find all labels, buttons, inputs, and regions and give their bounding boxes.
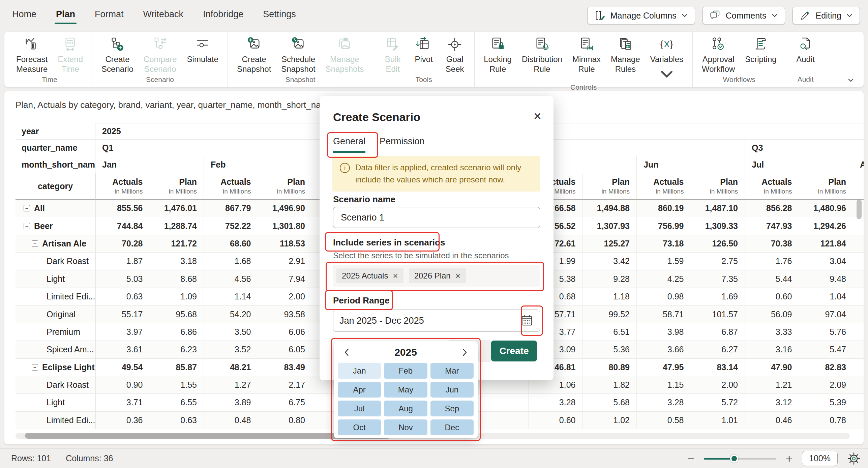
cell-value[interactable]: 6.87 xyxy=(691,323,745,341)
cell-value[interactable]: 0.63 xyxy=(95,288,150,305)
row-label-artisan-ale[interactable]: −Artisan Ale xyxy=(16,235,95,253)
cell-value[interactable]: 1,494.88 xyxy=(582,200,637,217)
cell-value[interactable]: 3.89 xyxy=(204,394,258,411)
row-label-limited-edi[interactable]: Limited Edi... xyxy=(16,288,95,305)
cell-value[interactable]: 3.61 xyxy=(95,341,150,358)
cell-value[interactable]: 3.12 xyxy=(745,394,799,411)
cell-value[interactable]: 0.63 xyxy=(150,412,204,429)
row-label-dark-roast[interactable]: Dark Roast xyxy=(16,376,95,394)
scenario-name-input[interactable] xyxy=(333,207,540,228)
cell-value[interactable]: 3.33 xyxy=(745,323,799,341)
ribbon-item-locking-rule[interactable]: Locking Rule xyxy=(479,34,517,74)
ribbon-item-compare-scenario[interactable]: Compare Scenario xyxy=(139,34,182,74)
cell-value[interactable]: 2.09 xyxy=(799,376,853,394)
cell-value[interactable]: 5.03 xyxy=(95,270,150,288)
cell-value[interactable]: 7.94 xyxy=(258,270,312,288)
cell-value[interactable]: 6.75 xyxy=(258,394,312,411)
cell-value[interactable]: 93.58 xyxy=(258,305,312,323)
cell-value[interactable]: 2.00 xyxy=(258,288,312,305)
cell-value[interactable]: 1,496.90 xyxy=(258,200,312,217)
cell-value[interactable]: 9.28 xyxy=(582,270,637,288)
cell-value[interactable]: 856.28 xyxy=(745,200,799,217)
cell-value[interactable]: 6.86 xyxy=(150,323,204,341)
row-label-light[interactable]: Light xyxy=(16,270,95,288)
ribbon-item-minmax-rule[interactable]: Minmax Rule xyxy=(567,34,606,74)
cell-value[interactable]: 9.48 xyxy=(799,270,853,288)
ribbon-item-manage-snapshots[interactable]: Manage Snapshots xyxy=(321,34,369,74)
row-label-dark-roast[interactable]: Dark Roast xyxy=(16,253,95,270)
cell-value[interactable]: 1,307.93 xyxy=(582,217,637,235)
cell-value[interactable]: 3.28 xyxy=(636,394,691,411)
cell-value[interactable] xyxy=(853,288,864,305)
collapse-toggle-icon[interactable]: − xyxy=(32,240,38,247)
collapse-toggle-icon[interactable]: − xyxy=(24,223,30,229)
cell-value[interactable]: 1,476.01 xyxy=(150,200,204,217)
cell-value[interactable]: 1.02 xyxy=(582,412,637,429)
cell-value[interactable]: 3.66 xyxy=(636,341,691,358)
ribbon-item-forecast-measure[interactable]: Forecast Measure xyxy=(11,34,53,74)
cell-value[interactable]: 3.71 xyxy=(95,394,150,411)
menu-item-writeback[interactable]: Writeback xyxy=(143,8,184,20)
cell-value[interactable]: 4.25 xyxy=(636,270,691,288)
cell-value[interactable]: 1.55 xyxy=(150,376,204,394)
series-multiselect[interactable]: 2025 Actuals×2026 Plan× xyxy=(333,265,540,287)
cell-value[interactable]: 0.78 xyxy=(799,412,853,429)
row-label-premium[interactable]: Premium xyxy=(16,323,95,341)
cell-value[interactable]: 3.98 xyxy=(636,323,691,341)
ribbon-item-scripting[interactable]: Scripting xyxy=(740,34,781,64)
zoom-in-button[interactable]: + xyxy=(786,453,792,464)
cell-value[interactable]: 3.16 xyxy=(745,341,799,358)
cell-value[interactable]: 855.56 xyxy=(95,200,150,217)
cell-value[interactable] xyxy=(853,341,864,358)
cell-value[interactable]: 3.97 xyxy=(95,323,150,341)
cell-value[interactable]: 1.69 xyxy=(691,288,745,305)
cell-value[interactable]: 55.17 xyxy=(95,305,150,323)
cell-value[interactable]: 5.68 xyxy=(582,394,637,411)
cell-value[interactable]: 5.76 xyxy=(799,323,853,341)
menu-item-home[interactable]: Home xyxy=(11,8,37,20)
calendar-month-mar[interactable]: Mar xyxy=(430,363,474,379)
row-label-original[interactable]: Original xyxy=(16,305,95,323)
ribbon-item-bulk-edit[interactable]: Bulk Edit xyxy=(377,34,408,74)
cell-value[interactable]: 1.21 xyxy=(745,376,799,394)
ribbon-item-manage-rules[interactable]: Manage Rules xyxy=(606,34,645,74)
cell-value[interactable]: 1.68 xyxy=(204,253,258,270)
collapse-toggle-icon[interactable]: − xyxy=(32,364,38,371)
cell-value[interactable]: 3.04 xyxy=(799,253,853,270)
cell-value[interactable]: 8.68 xyxy=(150,270,204,288)
cell-value[interactable] xyxy=(474,412,529,429)
cell-value[interactable]: 2.91 xyxy=(258,253,312,270)
calendar-icon[interactable] xyxy=(520,314,534,327)
cell-value[interactable]: 1.18 xyxy=(582,288,637,305)
calendar-month-nov[interactable]: Nov xyxy=(384,419,427,435)
cell-value[interactable]: 70.38 xyxy=(745,235,799,253)
cell-value[interactable]: 85.87 xyxy=(150,359,204,376)
ribbon-item-approval-workflow[interactable]: Approval Workflow xyxy=(697,34,740,74)
cell-value[interactable] xyxy=(853,253,864,270)
calendar-month-sep[interactable]: Sep xyxy=(430,401,474,416)
cell-value[interactable]: 58.71 xyxy=(636,305,691,323)
ribbon-item-schedule-snapshot[interactable]: Schedule Snapshot xyxy=(276,34,320,74)
cell-value[interactable]: 3.50 xyxy=(204,323,258,341)
ribbon-item-simulate[interactable]: Simulate xyxy=(182,34,223,64)
ribbon-item-create-snapshot[interactable]: Create Snapshot xyxy=(232,34,276,74)
collapse-toggle-icon[interactable]: − xyxy=(24,205,30,211)
series-chip-2025-actuals[interactable]: 2025 Actuals× xyxy=(336,268,403,283)
cell-value[interactable]: 3.52 xyxy=(204,341,258,358)
calendar-month-may[interactable]: May xyxy=(384,382,427,398)
cell-value[interactable]: 5.39 xyxy=(799,394,853,411)
cell-value[interactable]: 744.84 xyxy=(95,217,150,235)
cell-value[interactable]: 126.50 xyxy=(691,235,745,253)
cell-value[interactable]: 1.14 xyxy=(204,288,258,305)
cell-value[interactable]: 83.49 xyxy=(258,359,312,376)
cell-value[interactable]: 1,301.80 xyxy=(258,217,312,235)
cell-value[interactable]: 752.22 xyxy=(204,217,258,235)
cell-value[interactable]: 0.60 xyxy=(745,288,799,305)
cell-value[interactable]: 49.54 xyxy=(95,359,150,376)
cell-value[interactable]: 0.60 xyxy=(528,412,582,429)
cell-value[interactable]: 83.14 xyxy=(691,359,745,376)
ribbon-collapse-chevron-icon[interactable] xyxy=(847,77,854,84)
gear-icon[interactable] xyxy=(847,452,861,465)
cell-value[interactable]: 1.15 xyxy=(636,376,691,394)
cell-value[interactable]: 2.75 xyxy=(691,253,745,270)
